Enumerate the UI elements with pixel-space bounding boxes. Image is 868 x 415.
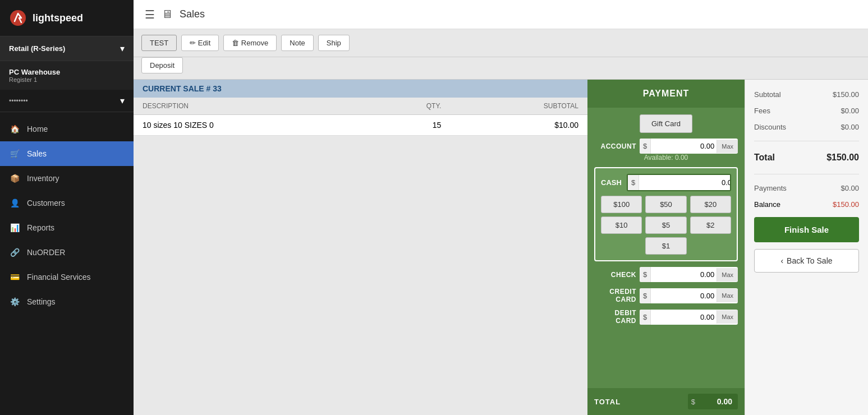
sidebar-item-reports[interactable]: 📊 Reports: [0, 215, 134, 240]
store-selector[interactable]: Retail (R-Series) ▾: [0, 36, 134, 61]
deposit-toolbar: Deposit: [134, 57, 868, 80]
page-icon: 🖥: [162, 8, 173, 21]
reports-icon: 📊: [9, 222, 20, 233]
inventory-icon: 📦: [9, 173, 20, 184]
sidebar-item-inventory[interactable]: 📦 Inventory: [0, 166, 134, 191]
item-qty: 15: [365, 115, 450, 136]
sidebar-item-settings[interactable]: ⚙️ Settings: [0, 289, 134, 314]
summary-divider-2: [754, 174, 859, 174]
ship-button[interactable]: Ship: [318, 35, 350, 51]
payments-row: Payments $0.00: [754, 182, 859, 194]
edit-button[interactable]: ✏ Edit: [181, 35, 219, 51]
total-currency: $: [688, 394, 699, 409]
hamburger-icon[interactable]: ☰: [145, 8, 155, 21]
check-input[interactable]: [651, 267, 717, 282]
top-bar: ☰ 🖥 Sales: [134, 0, 868, 29]
denom-10[interactable]: $10: [601, 216, 642, 234]
back-to-sale-label: Back To Sale: [787, 256, 832, 265]
balance-row: Balance $150.00: [754, 199, 859, 210]
register-info: PC Warehouse Register 1: [0, 61, 134, 90]
check-max-button[interactable]: Max: [717, 268, 738, 282]
note-button[interactable]: Note: [281, 35, 313, 51]
debit-card-input[interactable]: [651, 310, 717, 325]
col-subtotal: SUBTOTAL: [450, 98, 587, 115]
register-name: PC Warehouse: [9, 68, 60, 76]
discounts-label: Discounts: [754, 123, 786, 131]
right-panel: Subtotal $150.00 Fees $0.00 Discounts $0…: [745, 80, 868, 415]
debit-card-currency: $: [640, 310, 651, 325]
finish-sale-button[interactable]: Finish Sale: [754, 217, 859, 242]
sidebar-logo: lightspeed: [0, 0, 134, 36]
page-title: Sales: [180, 8, 205, 20]
check-input-wrap: $ Max: [640, 267, 738, 282]
sidebar: lightspeed Retail (R-Series) ▾ PC Wareho…: [0, 0, 134, 415]
total-value: 0.00: [699, 394, 738, 409]
sidebar-label-sales: Sales: [27, 149, 47, 158]
svg-point-0: [10, 10, 26, 26]
debit-card-label: DEBIT CARD: [594, 309, 636, 325]
denom-5[interactable]: $5: [645, 216, 686, 234]
cash-row: CASH $ Max: [601, 174, 731, 191]
account-input[interactable]: [651, 139, 717, 154]
fees-value: $0.00: [841, 107, 859, 115]
account-section: ACCOUNT $ Max Available: 0.00: [594, 139, 738, 162]
sale-header: CURRENT SALE # 33: [134, 80, 587, 98]
total-label: Total: [754, 153, 775, 163]
sidebar-item-nuorder[interactable]: 🔗 NuORDER: [0, 240, 134, 265]
table-row[interactable]: 10 sizes 10 SIZES 0 15 $10.00: [134, 115, 587, 136]
balance-value: $150.00: [833, 200, 859, 209]
sidebar-item-sales[interactable]: 🛒 Sales: [0, 141, 134, 166]
sidebar-nav: 🏠 Home 🛒 Sales 📦 Inventory 👤 Customers 📊…: [0, 112, 134, 415]
content-area: CURRENT SALE # 33 DESCRIPTION QTY. SUBTO…: [134, 80, 868, 415]
cash-input[interactable]: [639, 175, 731, 190]
item-description: 10 sizes 10 SIZES 0: [134, 115, 365, 136]
account-row: ACCOUNT $ Max: [594, 139, 738, 154]
summary-divider: [754, 141, 859, 141]
sidebar-item-financial[interactable]: 💳 Financial Services: [0, 265, 134, 289]
credit-card-label: CREDIT CARD: [594, 288, 636, 303]
total-input-wrap: $ 0.00: [688, 394, 738, 409]
total-summary-row: Total $150.00: [754, 149, 859, 166]
sidebar-item-home[interactable]: 🏠 Home: [0, 117, 134, 141]
sidebar-item-customers[interactable]: 👤 Customers: [0, 191, 134, 215]
back-to-sale-button[interactable]: ‹ Back To Sale: [754, 249, 859, 273]
debit-card-max-button[interactable]: Max: [717, 310, 738, 324]
denom-20[interactable]: $20: [690, 196, 731, 213]
gift-card-button[interactable]: Gift Card: [640, 114, 692, 133]
subtotal-value: $150.00: [833, 90, 859, 99]
cash-currency: $: [628, 175, 639, 190]
sale-section: CURRENT SALE # 33 DESCRIPTION QTY. SUBTO…: [134, 80, 587, 415]
denom-1[interactable]: $1: [645, 237, 686, 255]
col-qty: QTY.: [365, 98, 450, 115]
denom-2[interactable]: $2: [690, 216, 731, 234]
subtotal-row: Subtotal $150.00: [754, 89, 859, 100]
payment-body: Gift Card ACCOUNT $ Max Available: 0.00: [587, 108, 745, 331]
test-button[interactable]: TEST: [141, 35, 177, 51]
cash-input-wrap: $ Max: [627, 174, 731, 191]
check-currency: $: [640, 267, 651, 282]
fees-label: Fees: [754, 107, 770, 115]
store-info: Retail (R-Series): [9, 44, 65, 53]
account-max-button[interactable]: Max: [717, 140, 738, 153]
debit-card-row: DEBIT CARD $ Max: [594, 309, 738, 325]
total-summary-value: $150.00: [826, 153, 859, 163]
balance-label: Balance: [754, 200, 780, 209]
credit-card-row: CREDIT CARD $ Max: [594, 288, 738, 303]
item-subtotal: $10.00: [450, 115, 587, 136]
user-selector[interactable]: •••••••• ▾: [0, 90, 134, 112]
credit-card-max-button[interactable]: Max: [717, 289, 738, 302]
financial-icon: 💳: [9, 271, 20, 283]
denom-100[interactable]: $100: [601, 196, 642, 213]
toolbar: TEST ✏ Edit 🗑 Remove Note Ship: [134, 29, 868, 57]
check-label: CHECK: [594, 271, 636, 279]
denominations: $100 $50 $20 $10 $5 $2 $1: [601, 196, 731, 255]
discounts-row: Discounts $0.00: [754, 121, 859, 133]
cash-label: CASH: [601, 178, 623, 187]
cash-section: CASH $ Max $100 $50 $20 $10 $5 $2: [594, 167, 738, 261]
credit-card-input[interactable]: [651, 288, 717, 303]
remove-button[interactable]: 🗑 Remove: [223, 35, 277, 51]
denom-50[interactable]: $50: [645, 196, 686, 213]
account-input-wrap: $ Max: [640, 139, 738, 154]
deposit-button[interactable]: Deposit: [141, 57, 183, 73]
back-chevron-icon: ‹: [780, 256, 783, 265]
